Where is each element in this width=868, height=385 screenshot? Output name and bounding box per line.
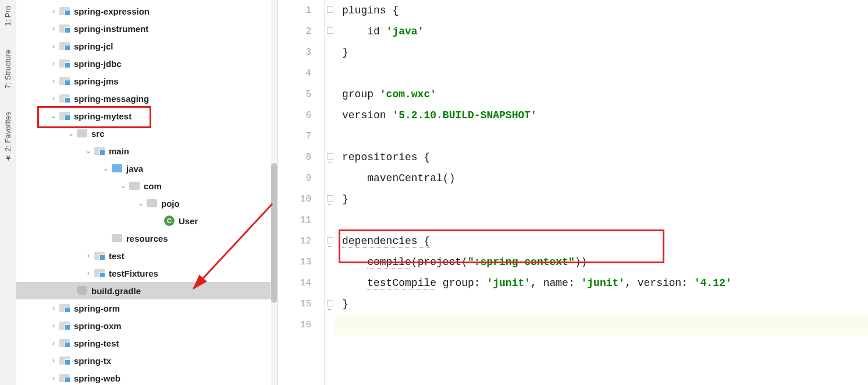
tree-item-label: java: [126, 164, 143, 174]
code-line: [335, 210, 868, 231]
fold-marker[interactable]: [325, 21, 335, 42]
code-line: compile(project(":spring-context")): [335, 252, 868, 273]
tree-item-java[interactable]: ⌄java: [16, 160, 278, 177]
side-tab-label: 1: Pro: [3, 6, 12, 26]
tree-item-label: spring-jms: [74, 76, 119, 86]
code-line: version '5.2.10.BUILD-SNAPSHOT': [335, 105, 868, 126]
module-folder-icon: [59, 110, 70, 122]
code-line: }: [335, 189, 868, 210]
tree-item-spring-jms[interactable]: ›spring-jms: [16, 72, 278, 90]
chevron-right-icon[interactable]: ›: [48, 77, 59, 85]
module-folder-icon: [94, 145, 105, 157]
module-folder-icon: [59, 372, 70, 384]
tree-item-spring-orm[interactable]: ›spring-orm: [16, 299, 278, 317]
module-folder-icon: [59, 23, 70, 34]
chevron-right-icon[interactable]: ›: [48, 59, 59, 68]
tree-item-spring-test[interactable]: ›spring-test: [16, 334, 278, 352]
tree-item-resources[interactable]: ·resources: [16, 229, 278, 247]
gutter-line-number: 2: [278, 21, 311, 42]
code-line: dependencies {: [335, 231, 868, 252]
side-tab-structure[interactable]: 7: Structure: [3, 50, 12, 89]
tree-item-spring-oxm[interactable]: ›spring-oxm: [16, 317, 278, 334]
fold-marker[interactable]: [325, 294, 335, 315]
tree-item-User[interactable]: ·CUser: [16, 212, 278, 229]
tree-item-testFixtures[interactable]: ›testFixtures: [16, 264, 278, 282]
fold-toggle-icon[interactable]: [327, 300, 333, 306]
editor-code[interactable]: plugins { id 'java' } group 'com.wxc' ve…: [335, 0, 868, 385]
chevron-right-icon[interactable]: ›: [48, 304, 59, 312]
tree-item-spring-jcl[interactable]: ›spring-jcl: [16, 37, 278, 55]
gutter-line-number: 10: [278, 189, 311, 210]
side-tab-project[interactable]: 1: Pro: [3, 6, 12, 26]
chevron-down-icon[interactable]: ⌄: [83, 147, 94, 155]
chevron-right-icon[interactable]: ›: [83, 269, 94, 277]
tree-item-label: spring-web: [74, 373, 120, 383]
code-line: mavenCentral(): [335, 168, 868, 189]
project-tree[interactable]: ›spring-expression›spring-instrument›spr…: [16, 0, 278, 385]
tree-item-label: spring-expression: [74, 6, 150, 16]
gutter-line-number: 5: [278, 84, 311, 105]
tree-item-com[interactable]: ⌄com: [16, 177, 278, 195]
tree-item-spring-messaging[interactable]: ›spring-messaging: [16, 90, 278, 107]
tree-item-build-gradle[interactable]: ·build.gradle: [16, 282, 278, 299]
tree-item-spring-tx[interactable]: ›spring-tx: [16, 352, 278, 369]
gradle-file-icon: [76, 285, 88, 296]
fold-marker[interactable]: [325, 189, 335, 210]
fold-column: [325, 0, 335, 385]
tree-item-spring-expression[interactable]: ›spring-expression: [16, 2, 278, 20]
tree-item-label: spring-mytest: [74, 111, 131, 121]
gutter-line-number: 9: [278, 168, 311, 189]
chevron-down-icon[interactable]: ⌄: [101, 164, 111, 172]
tree-item-spring-jdbc[interactable]: ›spring-jdbc: [16, 55, 278, 72]
chevron-right-icon[interactable]: ›: [48, 356, 59, 365]
chevron-down-icon[interactable]: ⌄: [66, 129, 76, 137]
class-icon: C: [163, 215, 175, 227]
gutter-line-number: 3: [278, 42, 311, 63]
fold-toggle-icon[interactable]: [327, 6, 333, 13]
folder-icon: [111, 232, 123, 244]
fold-toggle-icon[interactable]: [327, 195, 333, 202]
chevron-right-icon[interactable]: ›: [48, 7, 59, 15]
fold-toggle-icon[interactable]: [327, 27, 333, 34]
code-line: repositories {: [335, 147, 868, 168]
chevron-right-icon[interactable]: ›: [83, 252, 94, 260]
fold-toggle-icon[interactable]: [327, 237, 333, 243]
fold-marker[interactable]: [325, 0, 335, 21]
fold-toggle-icon[interactable]: [327, 153, 333, 160]
fold-marker[interactable]: [325, 231, 335, 252]
tree-item-main[interactable]: ⌄main: [16, 142, 278, 160]
chevron-down-icon[interactable]: ⌄: [48, 112, 59, 120]
tree-scroll-thumb[interactable]: [271, 163, 277, 303]
tree-item-pojo[interactable]: ⌄pojo: [16, 195, 278, 212]
chevron-right-icon[interactable]: ›: [48, 322, 59, 330]
chevron-down-icon[interactable]: ⌄: [136, 199, 146, 207]
tree-item-label: src: [91, 129, 105, 139]
tree-item-label: spring-tx: [74, 356, 111, 366]
folder-icon: [129, 180, 140, 192]
source-folder-icon: [111, 163, 123, 174]
side-tab-label: 2: Favorites: [3, 112, 12, 151]
chevron-right-icon[interactable]: ›: [48, 374, 59, 382]
chevron-down-icon[interactable]: ⌄: [118, 182, 129, 190]
tree-scrollbar[interactable]: [271, 0, 278, 385]
module-folder-icon: [59, 93, 70, 104]
side-tab-favorites[interactable]: ★ 2: Favorites: [3, 112, 12, 163]
tree-item-spring-web[interactable]: ›spring-web: [16, 369, 278, 385]
tree-item-src[interactable]: ⌄src: [16, 125, 278, 142]
code-line: [335, 126, 868, 147]
module-folder-icon: [59, 58, 70, 69]
tree-item-spring-instrument[interactable]: ›spring-instrument: [16, 20, 278, 37]
tree-item-spring-mytest[interactable]: ⌄spring-mytest: [16, 107, 278, 125]
fold-marker[interactable]: [325, 147, 335, 168]
tree-item-test[interactable]: ›test: [16, 247, 278, 264]
gutter-line-number: 7: [278, 126, 311, 147]
editor-panel: 12345678910111213141516 plugins { id 'ja…: [278, 0, 868, 385]
code-line: group 'com.wxc': [335, 84, 868, 105]
chevron-right-icon[interactable]: ›: [48, 339, 59, 347]
chevron-right-icon[interactable]: ›: [48, 94, 59, 103]
chevron-right-icon[interactable]: ›: [48, 24, 59, 33]
tree-item-label: spring-test: [74, 338, 119, 348]
chevron-right-icon[interactable]: ›: [48, 42, 59, 50]
gutter-line-number: 12: [278, 231, 311, 252]
tree-item-label: User: [179, 216, 198, 226]
